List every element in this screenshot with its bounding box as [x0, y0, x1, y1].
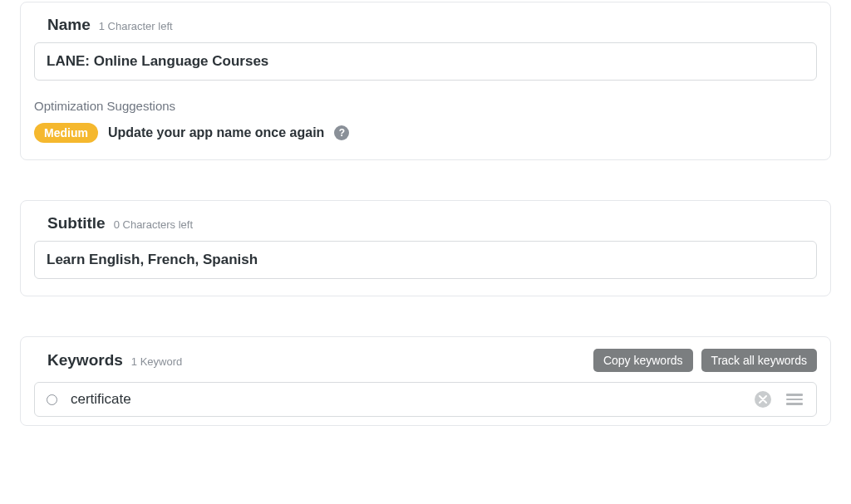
track-all-keywords-button[interactable]: Track all keywords — [701, 349, 817, 372]
name-input[interactable] — [34, 42, 817, 81]
subtitle-title: Subtitle — [47, 214, 106, 232]
keywords-count-hint: 1 Keyword — [131, 355, 182, 368]
help-icon[interactable]: ? — [334, 125, 349, 140]
suggestion-text: Update your app name once again — [108, 125, 325, 140]
keyword-row: certificate — [34, 382, 817, 417]
keywords-card: Keywords 1 Keyword Copy keywords Track a… — [20, 336, 831, 426]
keywords-actions: Copy keywords Track all keywords — [593, 349, 817, 372]
priority-badge-medium: Medium — [34, 123, 98, 143]
optimization-suggestions-label: Optimization Suggestions — [34, 99, 817, 113]
keyword-text: certificate — [71, 391, 741, 408]
keywords-header: Keywords 1 Keyword Copy keywords Track a… — [34, 349, 817, 372]
subtitle-char-hint: 0 Characters left — [114, 218, 193, 231]
name-header: Name 1 Character left — [34, 14, 817, 34]
keyword-radio[interactable] — [47, 394, 57, 405]
subtitle-input[interactable] — [34, 241, 817, 279]
name-title: Name — [47, 16, 91, 34]
name-char-hint: 1 Character left — [99, 20, 173, 32]
subtitle-header: Subtitle 0 Characters left — [34, 213, 817, 232]
keywords-title: Keywords — [47, 351, 123, 369]
copy-keywords-button[interactable]: Copy keywords — [593, 349, 693, 372]
keywords-title-group: Keywords 1 Keyword — [47, 351, 182, 369]
suggestion-row: Medium Update your app name once again ? — [34, 123, 817, 143]
drag-handle-icon[interactable] — [785, 392, 804, 407]
name-card: Name 1 Character left Optimization Sugge… — [20, 2, 831, 160]
remove-keyword-icon[interactable] — [755, 391, 771, 408]
subtitle-card: Subtitle 0 Characters left — [20, 200, 831, 296]
